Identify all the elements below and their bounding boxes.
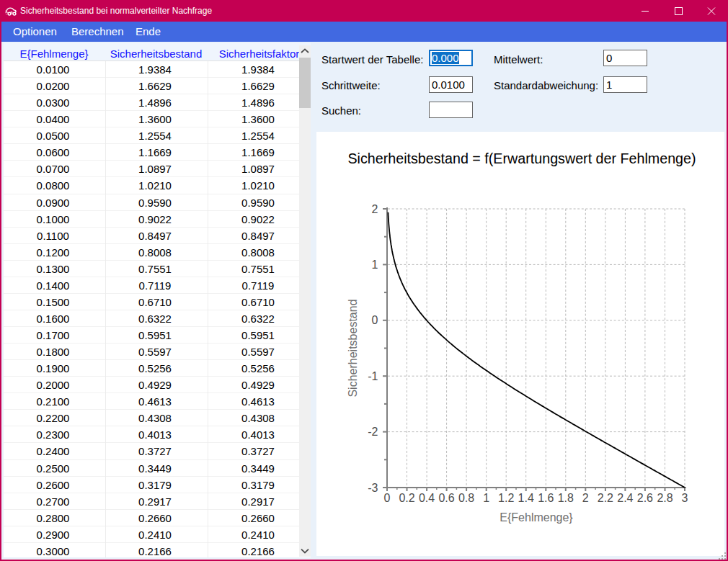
svg-text:-2: -2 [368, 426, 378, 438]
svg-text:0: 0 [384, 492, 391, 504]
svg-text:0.8: 0.8 [458, 492, 474, 504]
svg-text:2.4: 2.4 [617, 492, 633, 504]
svg-text:-3: -3 [368, 482, 378, 494]
svg-text:3: 3 [682, 492, 688, 504]
svg-text:-1: -1 [368, 370, 378, 382]
svg-text:2.8: 2.8 [657, 492, 672, 504]
svg-text:0: 0 [372, 314, 378, 326]
svg-text:E{Fehlmenge}: E{Fehlmenge} [500, 511, 573, 524]
svg-text:1.4: 1.4 [518, 492, 534, 504]
svg-text:2: 2 [372, 203, 378, 215]
svg-text:0.4: 0.4 [419, 492, 435, 504]
svg-text:1: 1 [483, 492, 489, 504]
svg-text:Sicherheitsbestand = f(Erwartu: Sicherheitsbestand = f(Erwartungswert de… [347, 151, 696, 166]
svg-text:1.2: 1.2 [498, 492, 514, 504]
svg-text:1: 1 [372, 259, 378, 271]
svg-text:2.6: 2.6 [637, 492, 653, 504]
svg-text:0.6: 0.6 [438, 492, 454, 504]
svg-text:2: 2 [582, 492, 589, 504]
svg-text:Sicherheitsbestand: Sicherheitsbestand [347, 299, 359, 397]
svg-text:1.8: 1.8 [558, 492, 574, 504]
svg-text:0.2: 0.2 [399, 492, 414, 504]
svg-text:1.6: 1.6 [538, 492, 554, 504]
svg-text:2.2: 2.2 [598, 492, 613, 504]
